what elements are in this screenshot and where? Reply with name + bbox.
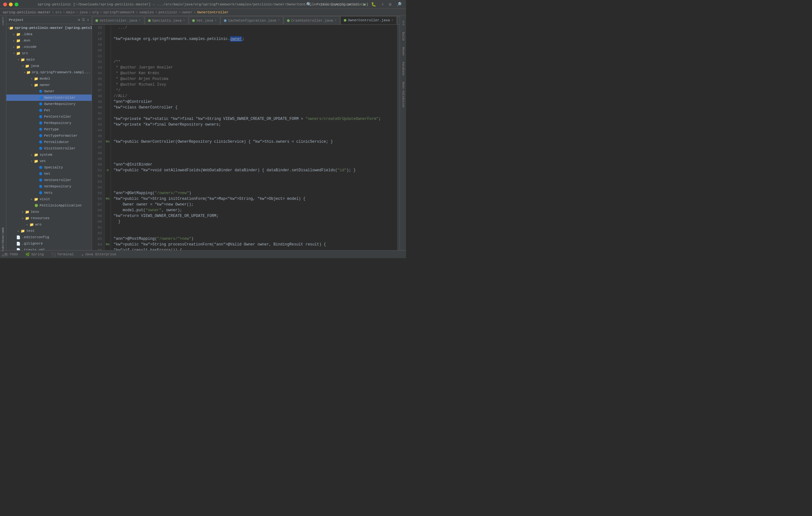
breadcrumb: spring-petclinic-master › src › main › j… [0, 9, 406, 16]
tree-item[interactable]: ▸📁.vscode [6, 44, 92, 50]
tree-item[interactable]: ▸📁resources [6, 215, 92, 221]
tree-item[interactable]: 🔵PetType [6, 126, 92, 133]
tree-item[interactable]: 📄.travis.yml [6, 247, 92, 250]
code-line [114, 173, 395, 179]
bc-src[interactable]: src [55, 10, 61, 14]
gutter-item: ⚙◎ [105, 139, 111, 145]
tree-item[interactable]: ▾📁owner [6, 82, 92, 88]
gutter-item [105, 116, 111, 122]
tree-item[interactable]: 🔵Vet [6, 171, 92, 177]
tree-item[interactable]: ▸📁.idea [6, 31, 92, 37]
editor-tab[interactable]: CacheConfiguration.java× [221, 16, 283, 24]
editor-tab[interactable]: VetController.java× [92, 16, 144, 24]
tree-item[interactable]: ▾📁org.springframework.sampl... [6, 69, 92, 76]
maximize-button[interactable] [14, 3, 19, 6]
sidebar-item-favorites[interactable]: 2: Favorites [0, 242, 6, 250]
bc-samples[interactable]: samples [139, 10, 154, 14]
code-line [114, 179, 395, 184]
editor-tab[interactable]: BaseEntity.java× [397, 16, 400, 24]
left-sidebar-icons: Learn Web Z: Structure 2: Favorites [0, 16, 6, 250]
tree-item[interactable]: ▾📁java [6, 63, 92, 69]
editor-tab[interactable]: CrashController.java× [284, 16, 340, 24]
panel-title: Project [9, 18, 24, 22]
tree-item[interactable]: ▸📁less [6, 209, 92, 215]
tree-item[interactable]: 🔵Specialty [6, 164, 92, 171]
tree-item[interactable]: 🔵VisitController [6, 145, 92, 152]
editor-tab[interactable]: Specialty.java× [145, 16, 188, 24]
tree-item[interactable]: 📄.editorconfig [6, 234, 92, 240]
panel-close-icon[interactable]: ✕ [87, 18, 89, 22]
bc-java[interactable]: java [79, 10, 88, 14]
debug-button[interactable]: 🐛 [370, 1, 377, 8]
right-tab-art[interactable]: Art [401, 18, 405, 29]
close-button[interactable] [3, 3, 7, 6]
right-tab-bean[interactable]: Bean Validation [401, 79, 405, 111]
tree-item[interactable]: 🟢PetClinicApplication [6, 202, 92, 209]
settings-icon[interactable]: ⚙ [387, 1, 393, 8]
line-number: 21 [94, 53, 102, 59]
bc-main[interactable]: main [66, 10, 75, 14]
tree-item[interactable]: 📄.gitignore [6, 240, 92, 247]
tree-item[interactable]: 🔵VetRepository [6, 183, 92, 190]
code-line: "ann">@Controller [114, 99, 395, 105]
code-line [114, 225, 395, 230]
code-line: Owner owner = "kw">new Owner(); [114, 202, 395, 207]
line-number: 35 [94, 76, 102, 82]
tree-item[interactable]: 🔵PetRepository [6, 120, 92, 126]
editor-tab[interactable]: OwnerController.java× [340, 16, 397, 24]
code-line [114, 150, 395, 156]
tree-item[interactable]: 🔵Pet [6, 107, 92, 114]
minimize-button[interactable] [9, 3, 13, 6]
tabs-bar: VetController.java×Specialty.java×Vet.ja… [92, 16, 400, 25]
line-number: 16 [94, 25, 102, 30]
tree-item[interactable]: ▾📁spring-petclinic-master [spring-petcli… [6, 25, 92, 31]
line-number: 40 [94, 105, 102, 110]
sidebar-item-learn[interactable]: Learn [0, 18, 6, 25]
bc-org[interactable]: org [92, 10, 99, 14]
tree-item[interactable]: ▸📁wro [6, 221, 92, 228]
tree-item[interactable]: 🔵PetTypeFormatter [6, 133, 92, 139]
right-tab-database[interactable]: Database [401, 59, 405, 79]
tree-item[interactable]: 🔵PetController [6, 114, 92, 120]
line-number: 18 [94, 36, 102, 42]
gutter-item [105, 76, 111, 82]
profile-button[interactable]: ⚡ [380, 1, 385, 8]
tree-item[interactable]: 🔵OwnerRepository [6, 101, 92, 107]
tree-item[interactable]: 🔵OwnerController [6, 94, 92, 101]
bc-springframework[interactable]: springframework [103, 10, 135, 14]
bc-petclinic[interactable]: petclinic [158, 10, 177, 14]
tool-spring[interactable]: 🌿 Spring [24, 252, 45, 257]
tree-item[interactable]: ▾📁vet [6, 158, 92, 164]
right-tab-maven[interactable]: Maven [401, 44, 405, 59]
editor-tab[interactable]: Vet.java× [189, 16, 220, 24]
line-number: 41 [94, 110, 102, 116]
code-line: "kw">if (result.hasErrors()) { [114, 247, 395, 250]
right-tab-build[interactable]: Build [401, 29, 405, 44]
code-line: /** [114, 59, 395, 65]
tree-item[interactable]: ▾📁src [6, 50, 92, 56]
tree-item[interactable]: ▾📁model [6, 76, 92, 82]
tree-item[interactable]: ▸📁visit [6, 196, 92, 202]
tree-item[interactable]: ▸📁.mvn [6, 37, 92, 44]
code-line: * @author Ken Krebs [114, 70, 395, 76]
tool-java-enterprise[interactable]: ☕ Java Enterprise [80, 252, 118, 257]
tool-todo[interactable]: 6 TODO [3, 252, 19, 257]
tree-item[interactable]: ▸📁test [6, 228, 92, 234]
tree-item[interactable]: 🔵Vets [6, 190, 92, 196]
bc-owner[interactable]: owner [182, 10, 193, 14]
panel-settings-icon[interactable]: ⚙ [78, 18, 80, 22]
gutter-item [105, 219, 111, 225]
search-everywhere-icon[interactable]: 🔎 [395, 1, 403, 8]
tree-item[interactable]: 🔵Owner [6, 88, 92, 94]
tree-item[interactable]: 🔵PetValidator [6, 139, 92, 145]
tool-terminal[interactable]: ⬛ Terminal [50, 252, 75, 257]
gutter-item [105, 59, 111, 65]
tree-item[interactable]: ▸📁system [6, 152, 92, 158]
tree-item[interactable]: ▾📁main [6, 56, 92, 63]
tree-item[interactable]: 🔵VetController [6, 177, 92, 183]
bc-project[interactable]: spring-petclinic-master [3, 10, 51, 14]
bc-ownercontroller[interactable]: OwnerController [197, 10, 228, 14]
minimap [397, 25, 400, 250]
panel-layout-icon[interactable]: ☰ [82, 18, 85, 22]
code-editor[interactable]: .../"kw">package org.springframework.sam… [111, 25, 397, 250]
